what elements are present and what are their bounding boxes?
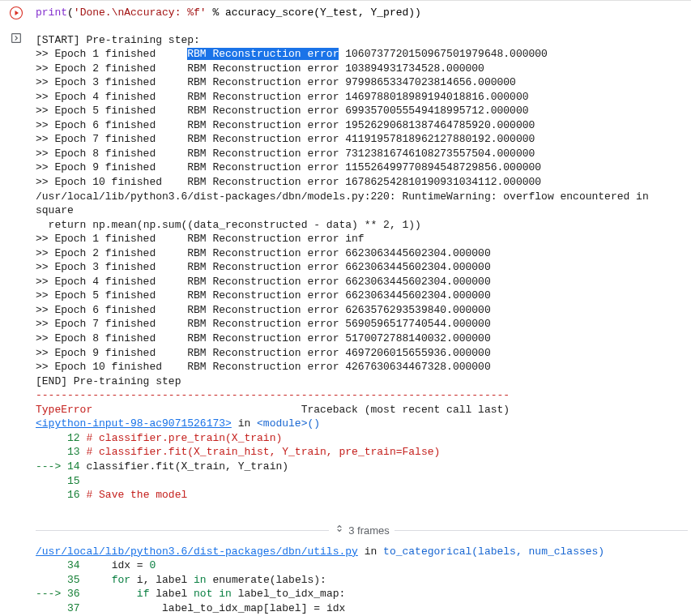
epoch-prefix: >> Epoch 9 finished [36,161,187,173]
code-token: idx [320,602,345,614]
frames-label: 3 frames [348,524,390,538]
pad [36,475,67,487]
epoch-line: RBM Reconstruction error 195262906813874… [187,119,535,131]
code-token: not in [194,588,232,600]
epoch-line: >> Epoch 5 finished RBM Reconstruction e… [36,289,491,302]
code-token: if [137,588,150,600]
lineno: 15 [67,475,86,487]
lineno: 37 [67,602,86,614]
epoch-line: >> Epoch 3 finished RBM Reconstruction e… [36,261,491,273]
traceback-link[interactable]: /usr/local/lib/python3.6/dist-packages/d… [36,545,358,558]
in-word: in [232,417,257,430]
pad [36,489,67,501]
lineno: 34 [67,559,86,571]
lineno: 35 [67,574,86,586]
code-token: label_to_idx_map: [232,588,345,600]
lineno: 13 [67,446,86,458]
epoch-line: RBM Reconstruction error 146978801898919… [187,91,528,103]
code-token: label_to_idx_map[label] [86,602,314,614]
code-token: % accuracy_score(Y_test, Y_pred)) [207,6,421,19]
epoch-prefix: >> Epoch 5 finished [36,105,187,117]
epoch-value: 1060737720150967501979648.000000 [339,48,547,60]
in-word: in [358,545,383,558]
code-line: # classifier.fit(X_train_hist, Y_train, … [86,446,440,458]
lineno: 16 [67,489,86,501]
code-line: classifier.fit(X_train, Y_train) [86,460,288,473]
code-token: idx [86,559,136,571]
func-args: (labels, num_classes) [471,545,604,558]
chevron-up-down-icon [334,523,345,538]
code-token [86,574,111,586]
output-collapse-icon[interactable] [10,32,23,616]
epoch-line: RBM Reconstruction error 411919578189621… [187,133,535,145]
epoch-line: >> Epoch 9 finished RBM Reconstruction e… [36,347,491,359]
code-token [86,588,136,600]
epoch-prefix: >> Epoch 1 finished [36,48,187,60]
pad [36,446,67,458]
epoch-line: RBM Reconstruction error 979986533470238… [187,76,516,88]
code-token: 0 [149,559,156,571]
run-cell-icon[interactable] [9,6,23,20]
output-line: [START] Pre-training step: [36,34,200,46]
epoch-line: RBM Reconstruction error 699357005554941… [187,105,528,117]
epoch-prefix: >> Epoch 7 finished [36,133,187,145]
pad [36,559,67,571]
epoch-line: RBM Reconstruction error 167862542810190… [187,176,541,188]
arrow: ---> [36,460,67,473]
epoch-line: >> Epoch 8 finished RBM Reconstruction e… [36,332,491,344]
traceback-label: Traceback (most recent call last) [301,404,510,416]
frames-expander[interactable]: 3 frames [36,523,688,538]
code-line: # Save the model [86,489,187,501]
epoch-prefix: >> Epoch 2 finished [36,62,187,75]
warning-line: return np.mean(np.sum((data_reconstructe… [36,219,421,231]
code-token: ( [67,6,74,19]
spacer [92,404,301,416]
epoch-line: RBM Reconstruction error 115526499770894… [187,161,541,173]
error-type: TypeError [36,404,92,416]
output-line: [END] Pre-training step [36,375,181,387]
code-token: enumerate(labels): [207,574,326,586]
highlighted-selection[interactable]: RBM Reconstruction error [187,48,339,60]
code-input-area[interactable]: print('Done.\nAccuracy: %f' % accuracy_s… [32,4,691,27]
epoch-line: >> Epoch 2 finished RBM Reconstruction e… [36,247,491,259]
warning-line: /usr/local/lib/python3.6/dist-packages/d… [36,190,655,217]
epoch-prefix: >> Epoch 10 finished [36,176,187,188]
epoch-line: >> Epoch 4 finished RBM Reconstruction e… [36,276,491,288]
epoch-prefix: >> Epoch 4 finished [36,91,187,103]
epoch-prefix: >> Epoch 6 finished [36,119,187,131]
cell-gutter [0,4,32,27]
svg-marker-1 [15,11,19,15]
pad [36,602,67,614]
output-row: [START] Pre-training step: >> Epoch 1 fi… [0,30,691,616]
epoch-line: RBM Reconstruction error 103894931734528… [187,62,484,75]
error-separator: ----------------------------------------… [36,389,510,401]
lineno: 12 [67,432,86,444]
output-area: [START] Pre-training step: >> Epoch 1 fi… [32,30,691,616]
epoch-line: >> Epoch 7 finished RBM Reconstruction e… [36,318,491,330]
lineno: 14 [67,460,86,473]
code-token: for [112,574,130,586]
epoch-line: >> Epoch 1 finished RBM Reconstruction e… [36,233,365,245]
output-gutter [0,30,32,616]
epoch-line: >> Epoch 6 finished RBM Reconstruction e… [36,304,491,316]
code-token: 'Done.\nAccuracy: %f' [74,6,207,19]
pad [36,574,67,586]
epoch-line: RBM Reconstruction error 731238167461082… [187,148,535,160]
epoch-prefix: >> Epoch 3 finished [36,76,187,88]
code-line: # classifier.pre_train(X_train) [86,432,282,444]
paren: () [307,417,320,430]
func-name: to_categorical [383,545,471,558]
lineno: 36 [67,588,86,600]
pad [36,432,67,444]
code-token: i, label [130,574,194,586]
svg-rect-2 [12,33,21,42]
code-token: = [137,559,143,571]
code-token: in [194,574,207,586]
traceback-link[interactable]: <ipython-input-98-ac9071526173> [36,417,232,430]
input-cell-row: print('Done.\nAccuracy: %f' % accuracy_s… [0,0,691,30]
code-token: label [149,588,194,600]
epoch-prefix: >> Epoch 8 finished [36,148,187,160]
code-token: = [314,602,320,614]
module-name: <module> [257,417,307,430]
arrow: ---> [36,588,67,600]
